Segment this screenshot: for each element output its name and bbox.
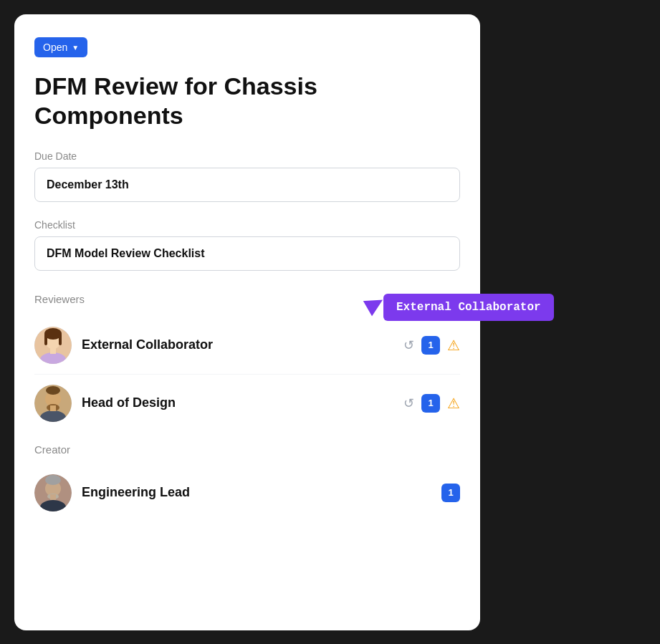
svg-point-15	[45, 475, 61, 485]
reviewer-name: External Collaborator	[82, 337, 393, 352]
creator-header: Creator	[34, 443, 460, 456]
avatar	[34, 327, 72, 364]
svg-rect-4	[59, 334, 62, 345]
main-card: Open ▼ DFM Review for Chassis Components…	[14, 14, 480, 630]
creator-label: Creator	[34, 443, 70, 456]
divider	[34, 374, 460, 375]
creator-item: Engineering Lead 1	[34, 467, 460, 519]
svg-rect-12	[50, 405, 56, 411]
avatar	[34, 385, 72, 422]
status-label: Open	[43, 42, 67, 53]
due-date-input[interactable]	[34, 168, 460, 202]
avatar	[34, 474, 72, 511]
due-date-label: Due Date	[34, 150, 460, 162]
creator-actions: 1	[441, 484, 460, 502]
reviewer-actions: ↺ 1 ⚠	[403, 336, 460, 355]
checklist-field: Checklist	[34, 219, 460, 271]
tooltip-box: External Collaborator	[383, 294, 554, 321]
warning-icon: ⚠	[447, 337, 460, 354]
reviewer-item: External Collaborator ↺ 1 ⚠	[34, 319, 460, 371]
due-date-field: Due Date	[34, 150, 460, 219]
creator-name: Engineering Lead	[82, 485, 431, 500]
warning-icon: ⚠	[447, 395, 460, 412]
reviewer-item: Head of Design ↺ 1 ⚠	[34, 378, 460, 429]
reset-icon[interactable]: ↺	[403, 337, 414, 353]
reviewers-label: Reviewers	[34, 293, 85, 305]
reviewer-name: Head of Design	[82, 395, 393, 410]
reset-icon[interactable]: ↺	[403, 395, 414, 411]
reviewer-actions: ↺ 1 ⚠	[403, 394, 460, 413]
reviewer-list: External Collaborator ↺ 1 ⚠	[34, 319, 460, 429]
checklist-input[interactable]	[34, 236, 460, 271]
chevron-down-icon: ▼	[72, 44, 79, 52]
badge-count: 1	[421, 394, 440, 413]
page-title: DFM Review for Chassis Components	[34, 72, 460, 130]
creator-section: Creator Engineering Lead	[34, 443, 460, 519]
tooltip-container: ▶ External Collaborator	[365, 294, 554, 321]
svg-rect-3	[44, 334, 47, 345]
svg-rect-6	[50, 348, 56, 354]
badge-count: 1	[441, 484, 460, 502]
svg-point-9	[46, 386, 60, 395]
checklist-label: Checklist	[34, 219, 460, 231]
status-badge[interactable]: Open ▼	[34, 37, 87, 57]
badge-count: 1	[421, 336, 440, 355]
svg-rect-18	[50, 494, 56, 500]
